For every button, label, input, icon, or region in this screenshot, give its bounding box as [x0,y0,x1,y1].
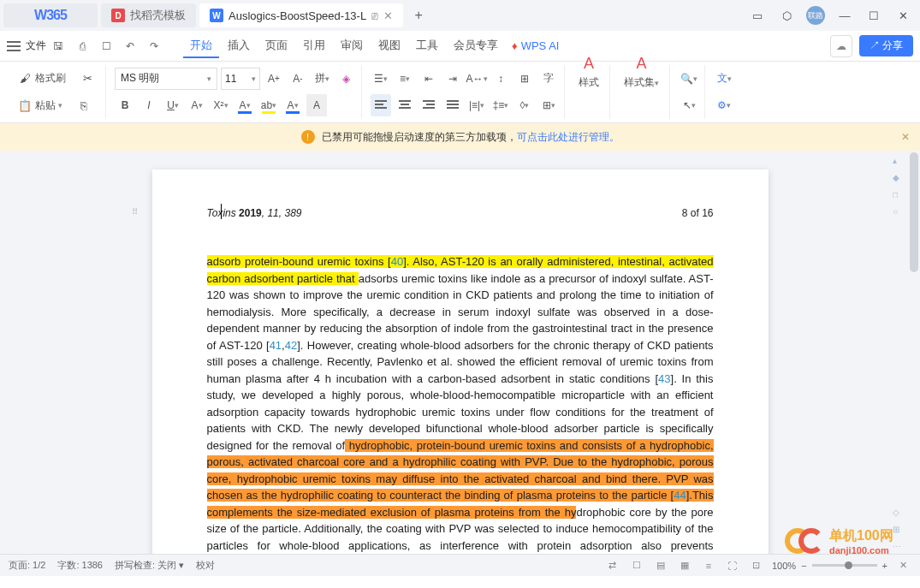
font-size-select[interactable]: 11▾ [221,68,260,90]
sort-button[interactable]: ↕ [490,68,511,90]
tool-icon[interactable]: □ [893,190,905,202]
page[interactable]: ⠿ Toxins 2019, 11, 389 8 of 16 adsorb pr… [152,169,769,554]
shading-button[interactable]: A▾ [282,94,303,116]
collapse-icon[interactable]: ▴ [893,156,905,168]
distribute-button[interactable]: |≡|▾ [466,94,487,116]
clear-format-button[interactable]: ◈ [335,68,356,90]
align-right-button[interactable] [418,94,439,116]
copy-button[interactable]: ⎘ [71,94,97,116]
preview-icon[interactable]: ☐ [96,36,116,56]
zoom-control[interactable]: 100% − + [772,561,887,571]
hamburger-icon[interactable] [7,41,21,51]
bullets-button[interactable]: ☰▾ [371,68,391,90]
grow-font-button[interactable]: A+ [264,68,284,90]
char-scale-button[interactable]: A↔▾ [466,68,487,90]
text-tools-button[interactable]: 文▾ [714,68,734,90]
fullscreen-icon[interactable]: ⛶ [724,558,741,573]
tool-icon[interactable]: ⊞ [893,525,905,537]
avatar[interactable]: 联路 [802,3,829,27]
cloud-icon[interactable]: ☁ [830,35,852,57]
zoom-slider[interactable] [812,564,877,567]
save-icon[interactable]: 🖫 [48,36,68,56]
menu-tools[interactable]: 工具 [409,34,445,58]
italic-button[interactable]: I [139,94,159,116]
print-icon[interactable]: ⎙ [72,36,92,56]
undo-icon[interactable]: ↶ [120,36,140,56]
numbering-button[interactable]: ≡▾ [395,68,415,90]
file-menu[interactable]: 文件 [26,39,46,53]
cut-button[interactable]: ✂ [74,68,100,90]
settings-button[interactable]: ⚙▾ [714,94,734,116]
proofing-status[interactable]: 校对 [196,559,215,572]
superscript-button[interactable]: X²▾ [211,94,231,116]
menu-member[interactable]: 会员专享 [447,34,505,58]
close-icon[interactable]: ✕ [383,9,393,22]
banner-close-icon[interactable]: ✕ [901,131,910,143]
paste-button[interactable]: 📋粘贴▾ [12,94,68,116]
outline-view-icon[interactable]: ≡ [700,558,717,573]
drag-handle-icon[interactable]: ⠿ [132,205,138,218]
text-direction-icon[interactable]: ⇄ [604,558,621,573]
scrollbar[interactable] [908,151,920,554]
menu-review[interactable]: 审阅 [334,34,370,58]
wps-ai-button[interactable]: ♦WPS AI [512,39,559,52]
find-button[interactable]: 🔍▾ [679,68,699,90]
borders-button[interactable]: ⊞▾ [538,94,559,116]
tool-icon[interactable]: ◇ [893,508,905,520]
style-button[interactable]: A样式 [573,55,604,103]
tool-icon[interactable]: ⋯ [893,542,905,554]
format-painter-button[interactable]: 🖌格式刷 [12,68,71,90]
close-button[interactable]: ✕ [889,3,917,27]
highlight-button[interactable]: ab▾ [258,94,279,116]
redo-icon[interactable]: ↷ [144,36,164,56]
line-spacing-button[interactable]: ‡≡▾ [490,94,511,116]
fit-width-icon[interactable]: ⊡ [748,558,765,573]
menu-reference[interactable]: 引用 [296,34,332,58]
font-select[interactable]: MS 明朝▾ [115,68,217,90]
align-center-button[interactable] [395,94,415,116]
tool-icon[interactable]: ○ [893,207,905,219]
page-indicator[interactable]: 页面: 1/2 [9,559,45,572]
shrink-font-button[interactable]: A- [288,68,308,90]
outdent-button[interactable]: ⇤ [418,68,439,90]
align-left-button[interactable] [371,94,391,116]
banner-link[interactable]: 可点击此处进行管理。 [517,130,620,145]
change-case-button[interactable]: 拼▾ [312,68,332,90]
menu-insert[interactable]: 插入 [221,34,257,58]
phonetic-button[interactable]: 字 [538,68,559,90]
char-shading-button[interactable]: A [306,94,327,116]
share-button[interactable]: ↗ 分享 [859,35,913,56]
minimize-button[interactable]: — [831,3,858,27]
underline-button[interactable]: U▾ [163,94,183,116]
menu-view[interactable]: 视图 [371,34,407,58]
new-tab-button[interactable]: + [408,5,429,26]
tab-templates[interactable]: D 找稻壳模板 [101,3,196,27]
scroll-thumb[interactable] [910,152,918,272]
menu-page[interactable]: 页面 [258,34,294,58]
zoom-in-button[interactable]: + [882,561,887,571]
styleset-button[interactable]: A样式集▾ [619,55,664,103]
zoom-out-button[interactable]: − [801,561,806,571]
tab-document[interactable]: W Auslogics-BoostSpeed-13-L ⎚ ✕ [199,3,403,27]
bold-button[interactable]: B [115,94,135,116]
indent-button[interactable]: ⇥ [442,68,463,90]
align-justify-button[interactable] [442,94,463,116]
print-layout-icon[interactable]: ▤ [652,558,669,573]
font-color-button[interactable]: A▾ [234,94,255,116]
fill-button[interactable]: ◊▾ [514,94,535,116]
settings-icon[interactable]: ✕ [894,558,911,573]
multiwindow-icon[interactable]: ▭ [744,3,771,27]
spell-check-status[interactable]: 拼写检查: 关闭 ▾ [115,559,184,572]
body-text[interactable]: adsorb protein-bound uremic toxins [40].… [207,253,714,554]
web-layout-icon[interactable]: ▦ [676,558,693,573]
word-count[interactable]: 字数: 1386 [57,559,103,572]
cube-icon[interactable]: ⬡ [773,3,800,27]
menu-start[interactable]: 开始 [183,34,219,58]
tool-icon[interactable]: ◆ [893,173,905,185]
strikethrough-button[interactable]: A▾ [187,94,207,116]
select-button[interactable]: ↖▾ [679,94,699,116]
reading-view-icon[interactable]: ☐ [628,558,645,573]
app-logo[interactable]: W365 [3,3,98,27]
maximize-button[interactable]: ☐ [860,3,887,27]
border-button[interactable]: ⊞ [514,68,535,90]
